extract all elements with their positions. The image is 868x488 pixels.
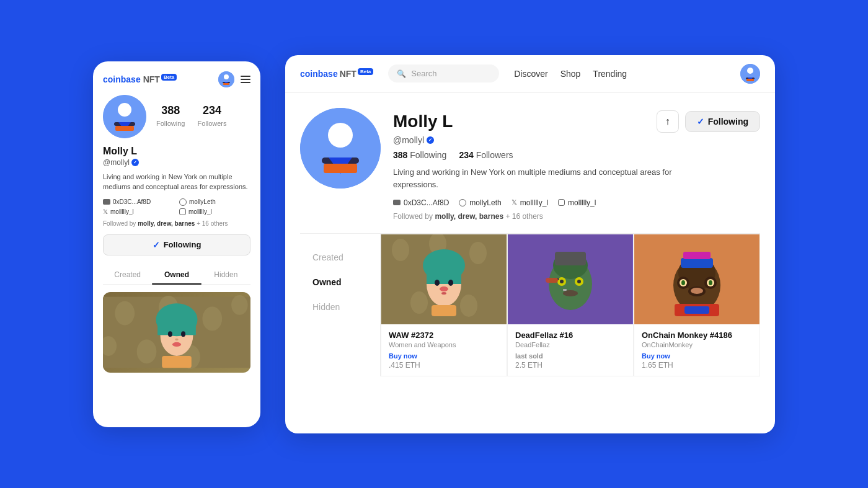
beta-badge-desktop: Beta (358, 68, 373, 75)
profile-stats-row: 388 Following 234 Followers (393, 150, 760, 160)
user-avatar-img (740, 64, 760, 84)
desktop-user-avatar[interactable] (740, 64, 760, 84)
desktop-profile-bio: Living and working in New York on multip… (393, 166, 691, 191)
nft-info-3: OnChain Monkey #4186 OnChainMonkey Buy n… (634, 324, 760, 376)
svg-rect-77 (684, 306, 709, 314)
beta-badge: Beta (161, 74, 177, 81)
mobile-stats: 388 Following 234 Followers (156, 104, 227, 128)
twitter-link[interactable]: 𝕏 mollllly_l (103, 208, 174, 215)
svg-rect-58 (563, 289, 567, 291)
nft-image-1 (381, 234, 507, 324)
svg-rect-53 (555, 252, 586, 265)
desktop-followed-by: Followed by molly, drew, barnes + 16 oth… (393, 212, 760, 221)
svg-point-73 (691, 288, 703, 294)
nav-shop[interactable]: Shop (560, 69, 581, 79)
coinbase-wordmark-desktop: coinbase (300, 69, 338, 79)
nft-collection-3: OnChainMonkey (642, 341, 752, 348)
nft-collection-1: Women and Weapons (389, 341, 499, 348)
twitter-icon-desktop: 𝕏 (512, 198, 517, 206)
mobile-following-button[interactable]: ✓ Following (103, 234, 250, 255)
nft-title-1: WAW #2372 (389, 331, 499, 340)
svg-point-13 (202, 306, 222, 331)
nav-trending[interactable]: Trending (593, 69, 627, 79)
svg-point-49 (441, 292, 446, 295)
bottom-section: Created Owned Hidden (300, 233, 760, 376)
svg-rect-44 (427, 265, 461, 284)
tab-owned[interactable]: Owned (152, 265, 201, 284)
avatar-illustration-small (218, 71, 234, 87)
nft-preview-image (103, 292, 250, 373)
mobile-logo: coinbase NFTBeta (103, 74, 177, 84)
nav-links: Discover Shop Trending (514, 69, 627, 79)
svg-point-16 (137, 339, 157, 363)
mobile-nft-preview (103, 292, 250, 373)
tab-hidden[interactable]: Hidden (202, 265, 250, 284)
instagram-icon (179, 208, 186, 215)
mobile-links: 0xD3C...Af8D mollyLeth 𝕏 mollllly_l moll… (103, 198, 250, 215)
svg-point-1 (224, 74, 229, 79)
desktop-card: coinbase NFTBeta 🔍 Search Discover Shop … (285, 55, 775, 433)
sidebar-tab-owned[interactable]: Owned (300, 271, 380, 293)
share-button[interactable]: ↑ (657, 110, 679, 133)
svg-point-39 (469, 242, 487, 264)
sidebar-tab-created[interactable]: Created (300, 246, 380, 268)
nft-price-label-1: Buy now (389, 352, 499, 360)
nft-title-3: OnChain Monkey #4186 (642, 331, 752, 340)
desktop-twitter-link[interactable]: 𝕏 mollllly_l (512, 198, 548, 207)
following-label: Following (156, 120, 185, 127)
desktop-instagram-link[interactable]: mollllly_l (558, 198, 596, 207)
svg-point-41 (460, 295, 477, 317)
svg-point-45 (435, 280, 440, 286)
search-bar[interactable]: 🔍 Search (388, 64, 499, 82)
desktop-avatar-illustration (300, 108, 381, 189)
desktop-wallet-link: 0xD3C...Af8D (393, 198, 449, 207)
mobile-followed-by: Followed by molly, drew, barnes + 16 oth… (103, 220, 250, 227)
followers-label: Followers (197, 120, 226, 127)
profile-actions: ↑ ✓ Following (657, 110, 760, 133)
hamburger-menu[interactable] (241, 76, 250, 83)
globe-icon-desktop (459, 199, 466, 206)
desktop-website-link[interactable]: mollyLeth (459, 198, 501, 207)
sidebar-tab-hidden[interactable]: Hidden (300, 296, 380, 318)
svg-rect-20 (157, 319, 196, 335)
svg-rect-25 (162, 355, 192, 367)
svg-point-70 (681, 280, 685, 285)
svg-point-31 (300, 108, 381, 189)
globe-icon (179, 198, 187, 206)
mobile-user-avatar[interactable] (218, 71, 234, 87)
mobile-profile-avatar (103, 95, 146, 138)
svg-point-60 (563, 290, 578, 296)
profile-top: Molly L ↑ ✓ Following @mollyl ✓ (300, 108, 760, 221)
search-icon: 🔍 (397, 69, 406, 78)
svg-rect-9 (115, 126, 134, 131)
mobile-tabs: Created Owned Hidden (103, 265, 250, 285)
desktop-following-button[interactable]: ✓ Following (685, 111, 760, 132)
following-checkmark: ✓ (697, 117, 704, 126)
svg-point-21 (168, 331, 172, 337)
svg-point-32 (328, 123, 353, 148)
avatar-illustration (103, 95, 146, 138)
checkmark-icon: ✓ (153, 240, 160, 250)
instagram-link[interactable]: mollllly_l (179, 208, 250, 215)
nft-grid-area: WAW #2372 Women and Weapons Buy now .415… (381, 234, 760, 376)
nft-image-3 (634, 234, 760, 324)
svg-point-11 (115, 301, 135, 325)
svg-point-27 (747, 68, 753, 74)
nft-wordmark: NFTBeta (143, 74, 177, 84)
website-link[interactable]: mollyLeth (179, 198, 250, 206)
desktop-nav: coinbase NFTBeta 🔍 Search Discover Shop … (285, 55, 775, 93)
nft-price-label-3: Buy now (642, 352, 752, 360)
verified-badge: ✓ (131, 159, 139, 166)
profile-name-row: Molly L ↑ ✓ Following (393, 110, 760, 133)
tab-created[interactable]: Created (103, 265, 152, 284)
nav-discover[interactable]: Discover (514, 69, 547, 79)
desktop-profile-avatar (300, 108, 381, 189)
following-count: 388 (156, 104, 185, 117)
svg-rect-4 (223, 83, 229, 85)
wallet-icon (103, 199, 110, 205)
nft-price-1: .415 ETH (389, 361, 499, 370)
followers-stat: 234 Followers (197, 104, 226, 128)
profile-verified-badge: ✓ (427, 136, 434, 144)
profile-handle-row: @mollyl ✓ (393, 135, 760, 145)
nft-grid: WAW #2372 Women and Weapons Buy now .415… (381, 234, 760, 376)
